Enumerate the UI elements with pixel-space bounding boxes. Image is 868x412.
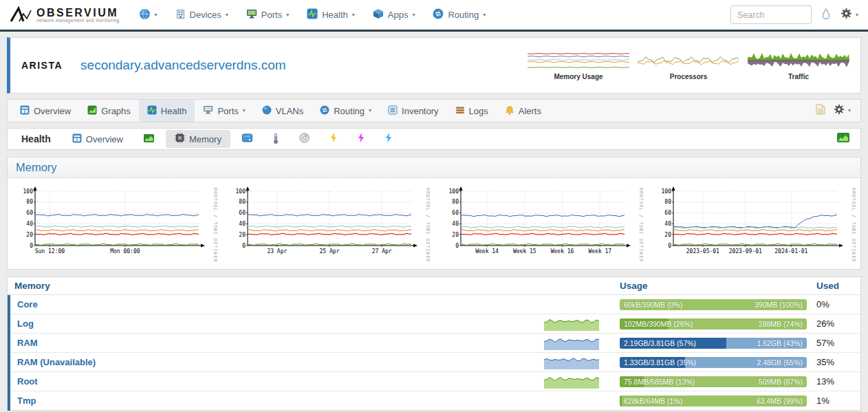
mempool-name[interactable]: RAM (Unavailable) [17, 357, 534, 367]
menu-apps[interactable]: Apps ▾ [373, 8, 415, 21]
table-header-row: Memory Usage Used [8, 277, 860, 295]
svg-text:23 Apr: 23 Apr [268, 248, 287, 254]
tab-logs[interactable]: Logs [447, 100, 497, 122]
table-row[interactable]: Log 102MB/390MB (26%) 288MB (74%) 26% [10, 314, 860, 334]
minigraph-label: Processors [636, 73, 741, 80]
ports-icon [203, 105, 213, 116]
mempool-sparkline[interactable] [544, 356, 599, 369]
table-row[interactable]: Tmp 628kB/64MB (1%) 63.4MB (99%) 1% [10, 391, 860, 411]
mempool-sparkline[interactable] [544, 375, 599, 389]
subtab-current[interactable] [321, 130, 346, 148]
memory-graph-week[interactable]: 02040608010023 Apr25 Apr27 Apr RRDTOOL /… [224, 186, 431, 262]
tab-graphs[interactable]: Graphs [79, 100, 139, 122]
mempool-name[interactable]: Root [17, 376, 534, 387]
menu-globe[interactable]: ▾ [139, 8, 158, 22]
tab-vlans[interactable]: VLANs [254, 100, 312, 122]
tab-overview[interactable]: Overview [12, 100, 79, 122]
health-icon [307, 8, 318, 21]
used-percent: 26% [816, 318, 854, 329]
subtab-storage[interactable] [233, 130, 261, 148]
subtab-voltage[interactable] [376, 130, 401, 148]
tab-alerts[interactable]: Alerts [497, 100, 550, 122]
subtab-memory[interactable]: Memory [166, 130, 230, 148]
subtab-overview[interactable]: Overview [63, 130, 132, 148]
memory-icon [175, 133, 185, 145]
svg-text:80: 80 [664, 199, 671, 205]
memory-graphs-row: 020406080100Sun 12:00Mon 00:00 RRDTOOL /… [8, 178, 860, 269]
rrdtool-watermark: RRDTOOL / TOBI OETIKER [851, 186, 856, 262]
device-header: ARISTA secondary.advancedserverdns.com M… [7, 37, 861, 94]
chevron-down-icon: ▾ [412, 12, 415, 18]
tab-inventory[interactable]: Inventory [380, 100, 446, 122]
svg-text:20: 20 [452, 232, 459, 238]
health-subtabs-bar: Health Overview Memory [7, 128, 861, 150]
traffic-minigraph-image [748, 50, 849, 71]
usage-bar-right-label: 390MB (100%) [755, 299, 803, 310]
usage-bar-left-label: 628kB/64MB (1%) [624, 395, 682, 406]
memory-graph-year[interactable]: 0204060801002023-05-012023-09-012024-01-… [650, 186, 856, 262]
search-input[interactable] [730, 6, 812, 24]
chevron-down-icon: ▾ [856, 12, 858, 18]
minigraph-processors[interactable]: Processors [636, 50, 741, 80]
mempool-sparkline[interactable] [544, 317, 599, 331]
menu-apps-label: Apps [388, 10, 409, 20]
svg-text:40: 40 [239, 221, 246, 227]
svg-text:25 Apr: 25 Apr [320, 248, 340, 254]
subtab-graphs-thumbnail[interactable] [135, 130, 163, 148]
overview-icon [72, 133, 82, 145]
tab-health[interactable]: Health [139, 100, 195, 122]
usage-bar-left-label: 75.8MB/585MB (13%) [624, 376, 695, 387]
menu-routing[interactable]: Routing ▾ [433, 8, 486, 21]
device-settings[interactable]: ▾ [834, 104, 851, 118]
graphs-toggle-icon[interactable] [837, 133, 849, 145]
table-row[interactable]: Root 75.8MB/585MB (13%) 509MB (87%) 13% [10, 372, 860, 391]
device-hostname-link[interactable]: secondary.advancedserverdns.com [80, 58, 286, 73]
rrdtool-watermark: RRDTOOL / TOBI OETIKER [213, 186, 218, 262]
used-percent: 35% [816, 357, 854, 367]
temperature-icon [273, 133, 279, 146]
processors-minigraph-image [638, 50, 739, 71]
svg-text:80: 80 [26, 199, 33, 205]
svg-text:60: 60 [452, 210, 459, 216]
usage-bar-right-label: 63.4MB (99%) [757, 395, 803, 406]
used-percent: 1% [816, 395, 854, 406]
mempool-name[interactable]: Log [17, 318, 534, 329]
memory-graph-month[interactable]: 020406080100Week 14Week 15Week 16Week 17… [437, 186, 644, 262]
main-menu: ▾ Devices ▾ Ports ▾ Health ▾ Apps ▾ Rout… [139, 8, 486, 22]
svg-text:40: 40 [452, 221, 459, 227]
observium-logo[interactable]: OBSERVIUM network management and monitor… [10, 5, 120, 25]
table-row[interactable]: RAM (Unavailable) 1.33GB/3.81GB (35%) 2.… [10, 353, 860, 372]
tab-ports[interactable]: Ports ▾ [195, 100, 253, 122]
chevron-down-icon: ▾ [155, 12, 158, 18]
subtab-temperature[interactable] [264, 130, 287, 148]
mempool-sparkline[interactable] [544, 336, 599, 350]
settings-menu[interactable]: ▾ [840, 8, 858, 22]
menu-health[interactable]: Health ▾ [307, 8, 355, 21]
chevron-down-icon: ▾ [226, 12, 228, 18]
minigraph-traffic[interactable]: Traffic [746, 50, 851, 80]
usage-bar-left-label: 60kB/390MB (0%) [624, 299, 682, 310]
routing-icon [433, 8, 444, 21]
memory-graph-day[interactable]: 020406080100Sun 12:00Mon 00:00 RRDTOOL /… [12, 186, 218, 262]
table-row[interactable]: RAM 2.19GB/3.81GB (57%) 1.62GB (43%) 57% [10, 334, 860, 353]
minigraph-memory-usage[interactable]: Memory Usage [526, 50, 631, 80]
devices-icon [175, 9, 186, 21]
flask-icon[interactable] [822, 8, 830, 22]
mempool-name[interactable]: Tmp [17, 395, 534, 406]
tab-routing[interactable]: Routing ▾ [312, 100, 380, 122]
menu-ports[interactable]: Ports ▾ [246, 9, 289, 21]
table-row[interactable]: Core 60kB/390MB (0%) 390MB (100%) 0% [10, 295, 860, 314]
subtab-power[interactable] [349, 130, 373, 148]
graphs-icon [87, 105, 97, 117]
chevron-down-icon: ▾ [352, 12, 355, 18]
alerts-icon [505, 105, 514, 117]
mempool-name[interactable]: RAM [17, 338, 534, 348]
mempool-name[interactable]: Core [17, 299, 534, 310]
document-icon[interactable] [816, 104, 825, 118]
used-percent: 57% [816, 338, 854, 348]
svg-text:40: 40 [664, 221, 671, 227]
menu-devices[interactable]: Devices ▾ [175, 9, 228, 21]
svg-text:20: 20 [239, 232, 246, 238]
observium-logo-icon [10, 5, 33, 25]
subtab-fan[interactable] [290, 130, 318, 148]
